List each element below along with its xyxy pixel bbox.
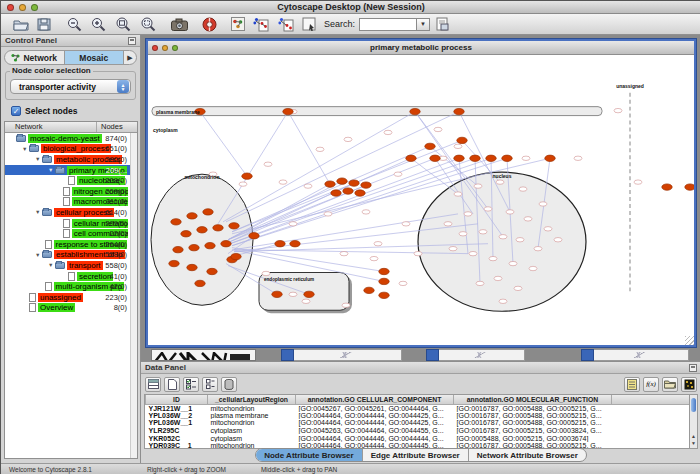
node[interactable]	[494, 276, 502, 280]
zoom-selected-icon[interactable]	[140, 16, 156, 33]
node[interactable]	[302, 299, 310, 303]
node[interactable]	[449, 246, 457, 250]
attribute-list-icon[interactable]	[624, 377, 640, 392]
selected-node[interactable]	[502, 155, 512, 161]
node[interactable]	[476, 281, 484, 285]
zoom-in-icon[interactable]	[91, 16, 106, 33]
node[interactable]	[264, 162, 272, 166]
expand-arrow-icon[interactable]: ▼	[22, 146, 29, 152]
tree-row[interactable]: ▼transport558(0)	[5, 260, 137, 271]
tree-row[interactable]: nucleobase-209(0)	[5, 175, 137, 186]
selected-node[interactable]	[275, 241, 285, 247]
scroll-down-arrow[interactable]: ▼	[690, 440, 697, 447]
node[interactable]	[474, 184, 482, 188]
selected-node[interactable]	[249, 233, 259, 239]
node[interactable]	[454, 144, 462, 148]
selected-node[interactable]	[221, 241, 231, 247]
selected-node[interactable]	[189, 244, 199, 250]
node[interactable]	[370, 256, 378, 260]
tree-row[interactable]: ▼establishment of lo558(0)	[5, 250, 137, 261]
node[interactable]	[509, 261, 517, 265]
selected-node[interactable]	[205, 243, 215, 249]
node[interactable]	[499, 299, 507, 303]
tree-row[interactable]: mosaic-demo-yeast874(0)	[5, 133, 137, 144]
vizmapper-icon[interactable]	[231, 16, 245, 33]
node[interactable]	[539, 202, 547, 206]
tree-row[interactable]: multi-organism pro42(0)	[5, 281, 137, 292]
node[interactable]	[340, 251, 348, 255]
selected-node[interactable]	[207, 268, 217, 274]
tree-row[interactable]: unassigned223(0)	[5, 292, 137, 303]
tab-node-attribute-browser[interactable]: Node Attribute Browser	[256, 449, 363, 461]
node[interactable]	[634, 180, 642, 184]
save-icon[interactable]	[37, 16, 51, 33]
node[interactable]	[402, 222, 410, 226]
node[interactable]	[262, 271, 270, 275]
search-dropdown-button[interactable]: ▼	[417, 18, 430, 31]
minimized-window-thumbnail[interactable]	[281, 349, 402, 361]
node[interactable]	[289, 292, 297, 296]
selected-node[interactable]	[410, 108, 420, 114]
plasma-membrane-region[interactable]	[152, 107, 602, 116]
zoom-out-icon[interactable]	[67, 16, 82, 33]
tree-scrollbar[interactable]	[130, 133, 137, 458]
edge[interactable]	[223, 112, 415, 222]
unselect-attributes-icon[interactable]	[202, 377, 218, 392]
selected-node[interactable]	[171, 219, 181, 225]
table-column-header[interactable]: annotation.GO CELLULAR_COMPONENT	[296, 395, 454, 404]
node[interactable]	[384, 130, 392, 134]
node[interactable]	[522, 156, 530, 160]
node[interactable]	[239, 182, 247, 186]
edge[interactable]	[226, 112, 459, 222]
select-nodes-checkbox[interactable]: ✓	[11, 106, 21, 116]
tree-column-network[interactable]: Network	[5, 122, 97, 132]
selected-node[interactable]	[187, 264, 197, 270]
open-icon[interactable]	[13, 16, 29, 33]
selected-node[interactable]	[213, 225, 223, 231]
formula-icon[interactable]: f(x)	[643, 377, 659, 392]
node[interactable]	[489, 256, 497, 260]
node[interactable]	[574, 156, 582, 160]
selected-node[interactable]	[187, 213, 197, 219]
edge[interactable]	[218, 112, 288, 224]
selected-node[interactable]	[231, 253, 241, 259]
expand-arrow-icon[interactable]: ▼	[35, 156, 42, 162]
selected-node[interactable]	[331, 190, 341, 196]
delete-attribute-icon[interactable]	[221, 377, 237, 392]
selected-node[interactable]	[169, 260, 179, 266]
selected-node[interactable]	[430, 155, 440, 161]
node[interactable]	[614, 108, 622, 112]
selected-node[interactable]	[379, 268, 389, 274]
node[interactable]	[506, 210, 514, 214]
node[interactable]	[524, 217, 532, 221]
node[interactable]	[374, 242, 382, 246]
node[interactable]	[484, 207, 492, 211]
tree-row[interactable]: ▼primary metabo209(...	[5, 165, 137, 176]
table-column-header[interactable]: ID	[146, 395, 208, 404]
selected-node[interactable]	[454, 155, 464, 161]
expand-arrow-icon[interactable]: ▼	[48, 167, 55, 173]
search-input[interactable]	[359, 18, 417, 31]
help-icon[interactable]	[202, 16, 217, 33]
zoom-fit-icon[interactable]	[115, 16, 131, 33]
selected-node[interactable]	[457, 137, 467, 143]
node[interactable]	[464, 212, 472, 216]
table-column-header[interactable]: annotation.GO MOLECULAR_FUNCTION	[454, 395, 612, 404]
expand-arrow-icon[interactable]: ▼	[35, 252, 42, 258]
node[interactable]	[324, 212, 332, 216]
selected-node[interactable]	[173, 246, 183, 252]
node[interactable]	[554, 238, 562, 242]
selected-node[interactable]	[337, 178, 347, 184]
table-row[interactable]: YPL036W__1mitochondrion[GO:0044464, GO:0…	[146, 419, 693, 427]
node-color-dropdown[interactable]: transporter activity ▲▼	[10, 79, 131, 94]
node[interactable]	[459, 232, 467, 236]
selected-node[interactable]	[304, 291, 314, 297]
selected-node[interactable]	[662, 184, 672, 190]
table-row[interactable]: YPL036W__2plasma membrane[GO:0044464, GO…	[146, 412, 693, 420]
selected-node[interactable]	[470, 155, 480, 161]
select-all-attributes-icon[interactable]	[145, 377, 161, 392]
node[interactable]	[534, 246, 542, 250]
selected-node[interactable]	[379, 278, 389, 284]
tab-network[interactable]: Network	[5, 51, 65, 64]
selected-node[interactable]	[361, 182, 371, 188]
